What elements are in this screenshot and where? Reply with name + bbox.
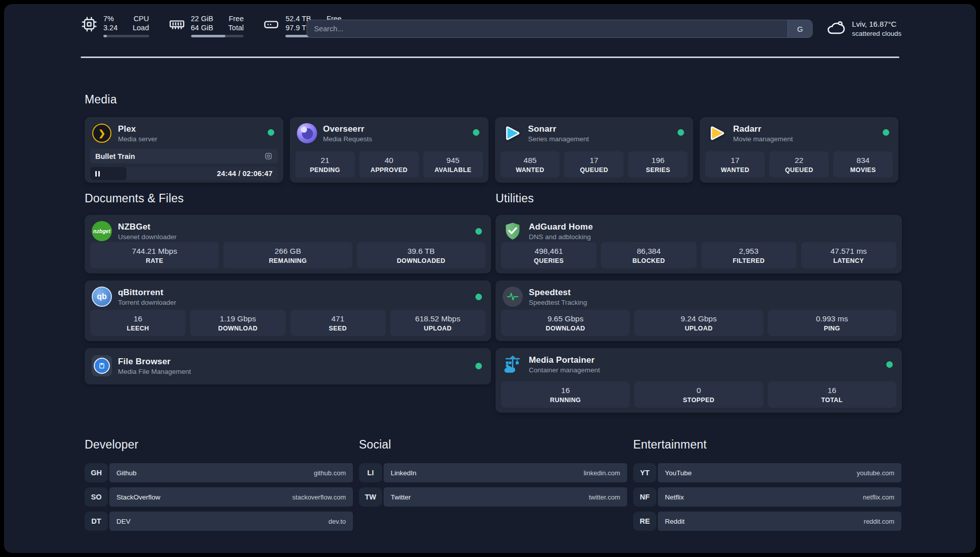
stat-value: 2,953 bbox=[739, 247, 759, 256]
bookmark-netflix[interactable]: NF Netflixnetflix.com bbox=[633, 487, 901, 507]
memory-stat: 22 GiB 64 GiB Free Total bbox=[168, 14, 244, 37]
section-title-utilities: Utilities bbox=[496, 192, 534, 205]
status-dot bbox=[886, 361, 893, 368]
adguard-icon bbox=[503, 221, 523, 241]
bookmark-abbr: GH bbox=[85, 463, 108, 482]
pause-icon bbox=[95, 171, 100, 177]
overseerr-icon bbox=[297, 123, 317, 143]
stat-tile: 86,384BLOCKED bbox=[601, 242, 696, 268]
stat-label: BLOCKED bbox=[633, 257, 665, 264]
overseerr-card[interactable]: Overseerr Media Requests 21PENDING 40APP… bbox=[290, 117, 488, 183]
section-title-documents: Documents & Files bbox=[85, 192, 183, 205]
weather-condition: scattered clouds bbox=[852, 29, 901, 38]
app-title: Radarr bbox=[733, 124, 793, 134]
qbittorrent-icon: qb bbox=[92, 287, 112, 307]
bookmark-stackoverflow[interactable]: SO StackOverflowstackoverflow.com bbox=[85, 487, 353, 507]
sonarr-card[interactable]: Sonarr Series management 485WANTED 17QUE… bbox=[495, 117, 694, 183]
status-dot bbox=[678, 129, 684, 136]
status-dot bbox=[475, 228, 482, 235]
stat-tile: 16LEECH bbox=[90, 310, 186, 336]
stat-tile: 744.21 MbpsRATE bbox=[90, 242, 219, 268]
stat-label: DOWNLOAD bbox=[546, 325, 585, 332]
bookmark-url: reddit.com bbox=[864, 518, 894, 525]
adguard-card[interactable]: AdGuard Home DNS and adblocking 498,461Q… bbox=[496, 215, 902, 273]
stat-value: 266 GB bbox=[275, 247, 301, 256]
stat-value: 16 bbox=[561, 386, 570, 395]
bookmark-youtube[interactable]: YT YouTubeyoutube.com bbox=[633, 463, 901, 482]
bookmark-name: StackOverflow bbox=[116, 493, 160, 501]
search-engine-button[interactable]: G bbox=[787, 20, 812, 37]
bookmark-abbr: YT bbox=[633, 463, 656, 482]
app-title: Speedtest bbox=[529, 288, 587, 297]
weather-location: Lviv, 16.87°C bbox=[852, 19, 901, 29]
portainer-card[interactable]: Media Portainer Container management 16R… bbox=[496, 348, 902, 413]
status-dot bbox=[473, 129, 479, 136]
playback-time: 24:44 / 02:06:47 bbox=[217, 170, 277, 178]
app-subtitle: Media File Management bbox=[118, 368, 191, 375]
stat-value: 47.571 ms bbox=[830, 247, 867, 256]
app-title: NZBGet bbox=[118, 222, 176, 232]
qbittorrent-card[interactable]: qb qBittorrent Torrent downloader 16LEEC… bbox=[85, 281, 491, 341]
stat-tile: 196SERIES bbox=[628, 151, 688, 178]
portainer-icon bbox=[503, 354, 523, 374]
section-title-developer: Developer bbox=[85, 438, 139, 452]
app-subtitle: Usenet downloader bbox=[118, 233, 176, 241]
bookmark-linkedin[interactable]: LI LinkedInlinkedin.com bbox=[359, 463, 627, 482]
stat-tile: 40APPROVED bbox=[359, 151, 419, 178]
search-bar: G bbox=[307, 20, 813, 38]
memory-total-value: 64 GiB bbox=[191, 23, 213, 32]
app-subtitle: Series management bbox=[528, 135, 589, 143]
stat-value: 0 bbox=[697, 386, 701, 395]
disk-icon bbox=[263, 16, 280, 33]
stat-tile: 945AVAILABLE bbox=[423, 151, 483, 178]
search-input[interactable] bbox=[307, 20, 787, 37]
radarr-card[interactable]: Radarr Movie management 17WANTED 22QUEUE… bbox=[700, 117, 898, 183]
bookmark-url: linkedin.com bbox=[584, 469, 620, 477]
stat-value: 945 bbox=[447, 156, 460, 165]
social-links: LI LinkedInlinkedin.com TW Twittertwitte… bbox=[359, 463, 627, 512]
nzbget-icon: nzbget bbox=[92, 221, 112, 241]
now-playing-title: Bullet Train bbox=[95, 152, 135, 160]
stat-value: 21 bbox=[321, 156, 329, 165]
stat-tile: 9.65 GbpsDOWNLOAD bbox=[501, 310, 630, 336]
stat-value: 471 bbox=[331, 314, 344, 323]
app-subtitle: Torrent downloader bbox=[118, 299, 176, 306]
sonarr-icon bbox=[502, 123, 522, 143]
plex-card[interactable]: ❯ Plex Media server Bullet Train 24:44 /… bbox=[85, 117, 283, 183]
bookmark-url: youtube.com bbox=[857, 469, 894, 477]
bookmark-url: netflix.com bbox=[863, 493, 894, 501]
stat-tile: 17QUEUED bbox=[564, 151, 624, 178]
stat-tile: 47.571 msLATENCY bbox=[801, 242, 896, 268]
pause-button[interactable] bbox=[90, 167, 127, 180]
camera-icon[interactable] bbox=[264, 152, 273, 160]
speedtest-card[interactable]: Speedtest Speedtest Tracking 9.65 GbpsDO… bbox=[496, 281, 902, 341]
speedtest-icon bbox=[503, 287, 523, 307]
playback-progress-bar[interactable]: 24:44 / 02:06:47 bbox=[90, 167, 278, 180]
cpu-load-value: 3.24 bbox=[103, 23, 117, 32]
stat-label: PING bbox=[824, 325, 840, 332]
stat-tile: 17WANTED bbox=[705, 151, 765, 178]
bookmark-twitter[interactable]: TW Twittertwitter.com bbox=[359, 487, 627, 507]
cpu-load-label: Load bbox=[133, 23, 149, 32]
filebrowser-card[interactable]: File Browser Media File Management bbox=[85, 348, 491, 384]
stat-label: APPROVED bbox=[371, 166, 407, 174]
stat-label: AVAILABLE bbox=[435, 166, 471, 174]
bookmark-github[interactable]: GH Githubgithub.com bbox=[85, 463, 353, 482]
section-title-media: Media bbox=[85, 93, 117, 106]
stat-label: LATENCY bbox=[833, 257, 864, 264]
stat-tile: 834MOVIES bbox=[833, 151, 893, 178]
stat-value: 834 bbox=[856, 156, 870, 165]
stat-tile: 471SEED bbox=[290, 310, 386, 336]
stat-value: 22 bbox=[795, 156, 804, 165]
stat-label: WANTED bbox=[721, 166, 750, 174]
stat-label: LEECH bbox=[127, 325, 149, 332]
section-title-entertainment: Entertainment bbox=[633, 438, 707, 452]
bookmark-dev[interactable]: DT DEVdev.to bbox=[85, 512, 353, 531]
stat-tile: 39.6 TBDOWNLOADED bbox=[357, 242, 485, 268]
nzbget-card[interactable]: nzbget NZBGet Usenet downloader 744.21 M… bbox=[85, 215, 491, 273]
filebrowser-icon bbox=[92, 356, 112, 376]
stat-tile: 618.52 MbpsUPLOAD bbox=[390, 310, 485, 336]
now-playing-row: Bullet Train bbox=[90, 149, 278, 163]
stat-label: UPLOAD bbox=[685, 325, 712, 332]
bookmark-reddit[interactable]: RE Redditreddit.com bbox=[633, 512, 901, 531]
